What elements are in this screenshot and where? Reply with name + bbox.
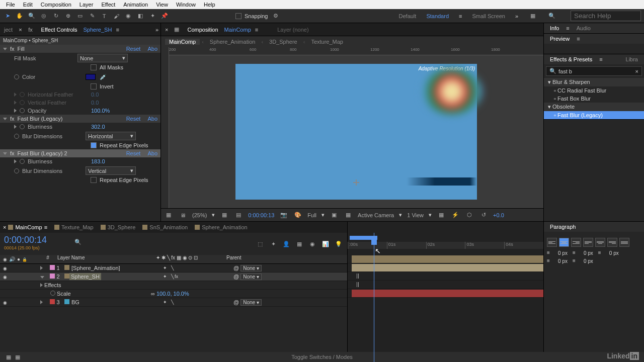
keyframe-marker[interactable]: [357, 274, 359, 279]
stopwatch-icon[interactable]: [14, 168, 19, 173]
composition-tab[interactable]: Composition: [185, 27, 220, 33]
stopwatch-icon[interactable]: [20, 108, 25, 113]
track-bar-2[interactable]: [352, 264, 543, 272]
subtab-sphere-anim[interactable]: Sphere_Animation: [206, 39, 260, 45]
parent-dropdown[interactable]: None ▾: [240, 274, 262, 280]
guides-icon[interactable]: ▤: [234, 211, 243, 220]
repeatedge-checkbox[interactable]: [91, 142, 97, 148]
comp-canvas[interactable]: Adaptive Resolution (1/3): [235, 64, 477, 200]
close-tab-icon[interactable]: ×: [19, 27, 22, 33]
track-bar-1[interactable]: [352, 255, 543, 263]
effect-fastblur-header[interactable]: fx Fast Blur (Legacy) Reset Abo: [0, 115, 160, 123]
effect-category-blur[interactable]: ▾ Blur & Sharpen: [544, 78, 644, 86]
workspace-small[interactable]: Small Screen: [472, 13, 505, 19]
align-right-button[interactable]: [571, 238, 581, 247]
tab-menu-icon[interactable]: ≡: [255, 27, 258, 33]
reset-exposure-icon[interactable]: ↺: [479, 211, 488, 220]
work-area-bar[interactable]: [350, 236, 377, 240]
opacity-value[interactable]: 100.0%: [91, 108, 110, 114]
tab-overflow-icon[interactable]: »: [155, 27, 158, 33]
screen-icon[interactable]: 🖥: [178, 211, 187, 220]
justify-last-left-button[interactable]: [583, 238, 593, 247]
layer-color-swatch[interactable]: [50, 265, 55, 270]
clone-tool-icon[interactable]: ◉: [124, 12, 133, 21]
about-button[interactable]: Abo: [147, 116, 157, 122]
audio-tab[interactable]: Audio: [575, 25, 593, 31]
tl-btn2-icon[interactable]: ✦: [269, 239, 278, 248]
indent-right-value[interactable]: 0 px: [609, 250, 619, 256]
stopwatch-icon[interactable]: [50, 291, 55, 296]
parent-dropdown[interactable]: None ▾: [240, 265, 262, 272]
zoom-tool-icon[interactable]: 🔍: [27, 12, 36, 21]
tl-graph-icon[interactable]: 📊: [321, 239, 330, 248]
workspace-menu-icon[interactable]: ≡: [459, 13, 462, 19]
invert-checkbox[interactable]: [91, 83, 97, 89]
anchor-tool-icon[interactable]: ⊕: [63, 12, 72, 21]
justify-last-right-button[interactable]: [607, 238, 617, 247]
eye-toggle[interactable]: [3, 274, 7, 280]
subtab-3d-sphere[interactable]: 3D_Sphere: [265, 39, 301, 45]
tl-frameblend-icon[interactable]: ▦: [295, 239, 304, 248]
tl-tab-sphere-anim[interactable]: Sphere_Animation: [195, 224, 248, 230]
effect-category-obsolete[interactable]: ▾ Obsolete: [544, 103, 644, 111]
exposure-value[interactable]: +0.0: [493, 212, 504, 218]
tab-menu-icon[interactable]: ≡: [116, 27, 119, 33]
info-tab[interactable]: Info: [548, 25, 561, 31]
menu-edit[interactable]: Edit: [19, 2, 37, 8]
reset-button[interactable]: Reset: [126, 116, 141, 122]
space-before-value[interactable]: 0 px: [558, 258, 568, 264]
expand-layer-icon[interactable]: [40, 266, 43, 270]
tl-shy-icon[interactable]: 👤: [282, 239, 291, 248]
orbit-tool-icon[interactable]: ◎: [39, 12, 48, 21]
grid-icon[interactable]: ▦: [220, 211, 229, 220]
stopwatch-icon[interactable]: [20, 100, 25, 105]
effect-fastblur2-header[interactable]: fx Fast Blur (Legacy) 2 Reset Abo: [0, 149, 160, 157]
effects-search-input[interactable]: [558, 68, 633, 74]
tl-brainstorm-icon[interactable]: 💡: [334, 239, 343, 248]
stopwatch-icon[interactable]: [14, 74, 19, 79]
fast-preview-icon[interactable]: ⚡: [451, 211, 460, 220]
about-button[interactable]: Abo: [147, 46, 157, 52]
menu-layer[interactable]: Layer: [75, 2, 98, 8]
effect-fast-blur-legacy[interactable]: ▫ Fast Blur (Legacy): [544, 111, 644, 119]
menu-view[interactable]: View: [152, 2, 172, 8]
alpha-icon[interactable]: ▦: [164, 211, 173, 220]
tl-motionblur-icon[interactable]: ◉: [308, 239, 317, 248]
puppet-tool-icon[interactable]: 📌: [160, 12, 169, 21]
layer-name[interactable]: Sphere_SH: [69, 273, 101, 280]
footer-icon1[interactable]: ▦: [4, 352, 13, 361]
about-button[interactable]: Abo: [147, 150, 157, 156]
timeline-timecode[interactable]: 0:00:00:14: [4, 235, 66, 245]
effect-controls-layer[interactable]: Sphere_SH: [84, 27, 112, 33]
justify-all-button[interactable]: [619, 238, 629, 247]
tab-menu-icon[interactable]: ≡: [577, 36, 580, 42]
scale-value[interactable]: 100.0, 10.0%: [156, 291, 189, 297]
effect-fill-header[interactable]: fx Fill Reset Abo: [0, 45, 160, 53]
constrain-icon[interactable]: ∞: [151, 291, 155, 297]
layer-none-tab[interactable]: Layer (none): [277, 27, 308, 33]
close-tab-icon[interactable]: ×: [165, 27, 168, 33]
workspace-more-icon[interactable]: »: [515, 13, 518, 19]
camera-dropdown[interactable]: Active Camera: [358, 212, 394, 218]
expand-icon[interactable]: [14, 101, 17, 105]
repeatedge2-checkbox[interactable]: [91, 177, 97, 183]
preview-tab[interactable]: Preview: [548, 36, 572, 42]
tab-menu-icon[interactable]: ≡: [599, 56, 602, 62]
paragraph-tab[interactable]: Paragraph: [548, 224, 578, 230]
effect-controls-tab[interactable]: Effect Controls: [39, 27, 79, 33]
indent-first-value[interactable]: 0 px: [584, 250, 593, 256]
expand-effects-icon[interactable]: [40, 283, 43, 287]
eye-toggle[interactable]: [3, 265, 7, 271]
tl-tab-texture[interactable]: Texture_Map: [54, 224, 94, 230]
transparency-icon[interactable]: ▦: [344, 211, 353, 220]
scale-row[interactable]: Scale ∞ 100.0, 10.0%: [0, 290, 347, 298]
channel-icon[interactable]: 🎨: [293, 211, 302, 220]
expand-icon[interactable]: [14, 159, 17, 163]
rect-tool-icon[interactable]: ▭: [75, 12, 85, 21]
text-tool-icon[interactable]: T: [100, 12, 109, 21]
reset-button[interactable]: Reset: [126, 150, 141, 156]
brush-tool-icon[interactable]: 🖌: [112, 12, 121, 21]
vfeather-value[interactable]: 0.0: [91, 100, 99, 106]
collapse-icon[interactable]: [3, 48, 7, 50]
search-help-input[interactable]: [571, 11, 641, 21]
